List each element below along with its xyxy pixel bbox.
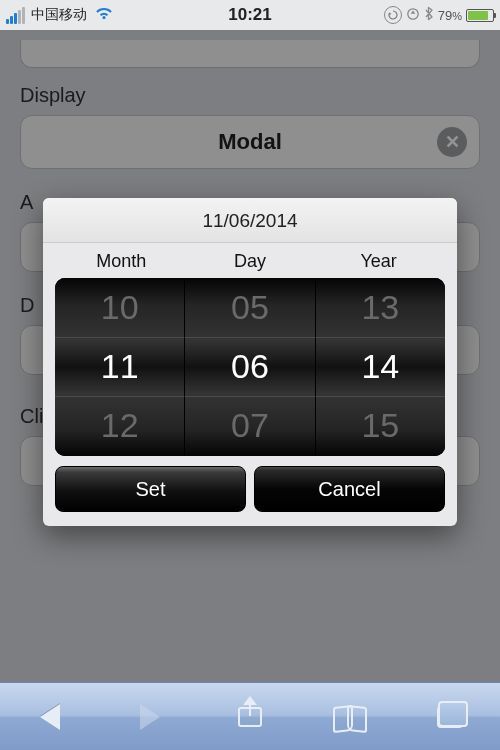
picker-title: 11/06/2014 [43, 198, 457, 243]
wheel-year[interactable]: 13 14 15 [315, 278, 445, 456]
back-icon [40, 704, 60, 730]
status-time: 10:21 [228, 5, 271, 25]
wheel-year-next: 15 [316, 396, 445, 455]
status-bar: 中国移动 10:21 79% [0, 0, 500, 30]
modal-buttons: Set Cancel [43, 456, 457, 526]
cancel-button[interactable]: Cancel [254, 466, 445, 512]
wheel-year-curr: 14 [316, 337, 445, 396]
carrier-label: 中国移动 [31, 6, 87, 24]
browser-toolbar [0, 682, 500, 750]
tabs-icon [437, 706, 463, 728]
wheel-month-prev: 10 [55, 278, 184, 337]
wheel-month[interactable]: 10 11 12 [55, 278, 184, 456]
battery-icon [466, 9, 494, 22]
wheel-day-next: 07 [185, 396, 314, 455]
wheel-day[interactable]: 05 06 07 [184, 278, 314, 456]
header-month: Month [57, 251, 186, 272]
forward-button[interactable] [120, 697, 180, 737]
status-left: 中国移动 [6, 6, 113, 24]
bookmarks-button[interactable] [320, 697, 380, 737]
forward-icon [140, 704, 160, 730]
share-button[interactable] [220, 697, 280, 737]
svg-point-0 [408, 8, 418, 18]
bluetooth-icon [424, 6, 434, 24]
share-icon [238, 707, 262, 727]
set-button[interactable]: Set [55, 466, 246, 512]
header-year: Year [314, 251, 443, 272]
wheel-day-prev: 05 [185, 278, 314, 337]
wifi-icon [95, 6, 113, 24]
status-right: 79% [384, 6, 494, 24]
header-day: Day [186, 251, 315, 272]
tabs-button[interactable] [420, 697, 480, 737]
orientation-lock-icon [384, 6, 402, 24]
bookmarks-icon [333, 706, 367, 728]
wheel-month-next: 12 [55, 396, 184, 455]
wheels-container: 10 11 12 05 06 07 13 14 15 [55, 278, 445, 456]
wheel-headers: Month Day Year [43, 243, 457, 278]
date-picker-modal: 11/06/2014 Month Day Year 10 11 12 05 06… [43, 198, 457, 526]
wheel-year-prev: 13 [316, 278, 445, 337]
sync-icon [406, 7, 420, 24]
back-button[interactable] [20, 697, 80, 737]
signal-bars-icon [6, 7, 25, 24]
wheel-month-curr: 11 [55, 337, 184, 396]
wheel-day-curr: 06 [185, 337, 314, 396]
battery-percent: 79% [438, 8, 462, 23]
